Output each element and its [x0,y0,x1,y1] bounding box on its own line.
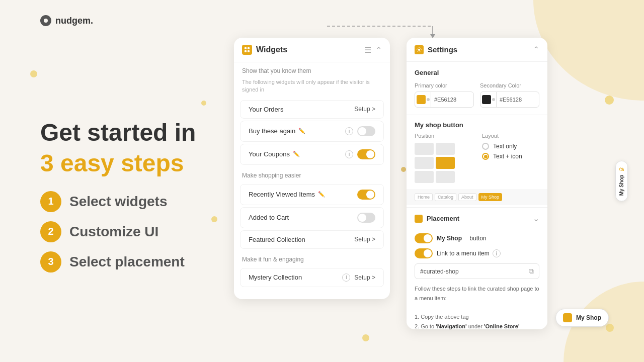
primary-color-swatch[interactable] [415,92,431,108]
toggle-buy-again[interactable] [357,126,375,136]
radio-label-text-icon: Text + icon [493,153,522,160]
copy-icon[interactable]: ⧉ [529,267,534,276]
pos-cell-5[interactable] [415,171,434,183]
list-view-icon[interactable]: ☰ [364,45,371,55]
step-item-2: 2 Customize UI [40,221,211,242]
toggle-link-menu[interactable] [415,248,433,258]
secondary-color-label: Secondary Color [480,82,539,88]
widget-row-mystery-collection: Mystery Collection i Setup > [240,268,384,287]
placement-collapse-icon[interactable]: ⌄ [533,214,539,223]
steps-list: 1 Select widgets 2 Customize UI 3 Select… [40,191,211,273]
edit-icon-buy-again[interactable]: ✏️ [298,128,305,134]
settings-general-title: General [415,69,539,76]
myshop-label-suffix: button [469,235,486,242]
radio-text-icon[interactable]: Text + icon [482,153,539,160]
setup-btn-mystery-collection[interactable]: Setup > [354,274,375,281]
primary-swatch-box [417,95,426,104]
layout-label: Layout [482,133,539,139]
secondary-swatch-dot [492,98,495,101]
pos-cell-3[interactable] [415,157,434,169]
preview-chip-1: Home [415,193,433,201]
step-label-1: Select widgets [69,194,168,210]
setup-btn-your-orders[interactable]: Setup > [354,106,375,113]
radio-circle-text-only[interactable] [482,143,489,150]
left-section: nudgem. Get started in 3 easy steps 1 Se… [0,0,231,362]
widget-label-recently-viewed: Recently Viewed Items ✏️ [249,191,325,198]
myshop-section-title: My shop button [407,115,547,133]
info-icon-your-coupons[interactable]: i [345,150,353,158]
step-number-1: 1 [40,191,61,212]
toggle-myshop-button[interactable] [415,233,433,243]
position-grid [415,143,455,183]
secondary-color-swatch[interactable] [480,92,497,108]
widget-text-buy-again: Buy these again [249,127,295,135]
bottom-myshop-btn[interactable]: My Shop [555,309,609,327]
toggle-added-to-cart[interactable] [357,213,375,223]
link-menu-row: Link to a menu item i [415,248,539,258]
info-icon-mystery[interactable]: i [342,274,350,282]
myshop-section: My shop button Position Layout [407,115,547,205]
setup-btn-featured-collection[interactable]: Setup > [354,236,375,243]
svg-rect-3 [245,50,247,52]
widget-row-featured-collection: Featured Collection Setup > [240,230,384,249]
logo-text: nudgem. [55,16,93,26]
bottom-myshop-preview: My Shop [555,309,609,327]
widgets-title-text: Widgets [256,45,287,54]
widget-row-buy-again: Buy these again ✏️ i [240,121,384,142]
edit-icon-recently-viewed[interactable]: ✏️ [318,191,325,198]
placement-section-header[interactable]: Placement ⌄ [407,207,547,229]
widget-text-your-orders: Your Orders [249,106,284,113]
widget-label-your-orders: Your Orders [249,106,284,113]
settings-collapse-icon[interactable]: ⌃ [533,45,539,54]
instruction-1: 1. Copy the above tag [415,314,469,320]
myshop-btn-text: My Shop [576,314,601,321]
collapse-icon[interactable]: ⌃ [375,45,382,55]
widget-actions-your-orders: Setup > [354,106,375,113]
secondary-color-input[interactable]: #E56128 [480,92,539,108]
widgets-title-icon [242,45,252,55]
radio-circle-text-icon[interactable] [482,153,489,160]
widget-row-your-orders: Your Orders Setup > [240,100,384,119]
decorative-dot [362,334,369,341]
link-menu-label: Link to a menu item i [437,249,501,257]
widgets-panel-header: Widgets ☰ ⌃ [234,38,390,62]
settings-icon [415,45,424,54]
svg-rect-2 [248,47,250,49]
widgets-panel: Widgets ☰ ⌃ Show that you know them The … [234,38,390,299]
radio-text-only[interactable]: Text only [482,143,539,150]
widget-label-your-coupons: Your Coupons ✏️ [249,150,300,158]
dashed-arrow [322,21,443,41]
info-icon-buy-again[interactable]: i [345,127,353,135]
settings-panel: Settings ⌃ General Primary color #E56128… [407,38,547,329]
decorative-dot [605,96,614,105]
tag-input[interactable]: #curated-shop ⧉ [415,263,539,279]
position-box: Position [415,133,472,183]
placement-title-text: Placement [427,215,459,222]
section2-label: Make shopping easier [234,167,390,182]
pos-cell-4[interactable] [436,157,455,169]
widget-actions-recently-viewed [357,190,375,200]
pos-cell-6[interactable] [436,171,455,183]
widget-text-featured-collection: Featured Collection [249,236,305,243]
primary-color-input[interactable]: #E56128 [415,92,474,108]
link-menu-label-text: Link to a menu item [437,250,490,257]
primary-color-label: Primary color [415,82,474,88]
pos-cell-2[interactable] [436,143,455,155]
side-float-btn[interactable]: 🛍 My Shop [615,161,628,202]
info-icon-link-menu[interactable]: i [493,249,501,257]
instructions-intro: Follow these steps to link the curated s… [415,286,539,301]
widget-row-recently-viewed: Recently Viewed Items ✏️ [240,184,384,205]
myshop-label-bold: My Shop [437,235,462,242]
widgets-panel-title: Widgets [242,45,287,55]
decorative-blob-top [533,0,644,101]
step-label-2: Customize UI [69,224,158,240]
toggle-recently-viewed[interactable] [357,190,375,200]
pos-cell-1[interactable] [415,143,434,155]
primary-swatch-dot [427,98,430,101]
toggle-your-coupons[interactable] [357,149,375,159]
edit-icon-your-coupons[interactable]: ✏️ [293,151,300,157]
section1-sublabel: The following widgets will only appear i… [234,77,390,98]
preview-chip-2: Catalog [435,193,456,201]
decorative-dot [401,167,406,172]
radio-label-text-only: Text only [493,143,517,150]
